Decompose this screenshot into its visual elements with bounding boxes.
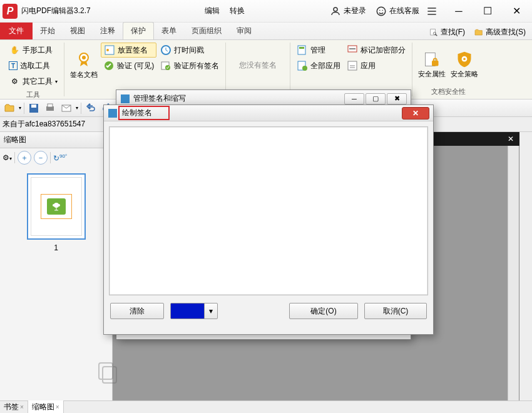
maximize-button[interactable]: ☐ (474, 2, 501, 21)
dialog-close-button[interactable]: ✖ (387, 93, 407, 105)
user-label: 未登录 (344, 6, 366, 16)
group-security: 安全属性 安全策略 文档安全性 (412, 43, 484, 96)
flower-icon (47, 198, 66, 215)
menubar: 文件 开始 视图 注释 保护 表单 页面组织 审阅 查找(F) 高级查找(S) (0, 23, 532, 40)
dialog-close-button[interactable]: ✕ (402, 107, 429, 120)
cancel-button[interactable]: 取消(C) (364, 303, 427, 319)
zoom-in-button[interactable]: ＋ (18, 151, 31, 165)
chevron-down-icon[interactable]: ▾ (76, 105, 78, 111)
online-service[interactable]: 在线客服 (372, 4, 422, 19)
text-select-icon: T (9, 61, 18, 70)
draw-signature-dialog: 绘制签名 ✕ 清除 ▾ 确定(O) 取消(C) (103, 105, 434, 335)
top-tab-convert[interactable]: 转换 (225, 4, 250, 18)
group-manage: 管理 全部应用 标记加密部分 应用 (290, 43, 412, 96)
vertical-scrollbar[interactable] (508, 146, 519, 400)
close-icon[interactable]: × (20, 404, 24, 410)
timestamp-button[interactable]: 打时间戳 (158, 43, 222, 58)
bottom-tabs: 书签× 缩略图× (0, 400, 532, 413)
apply-icon (347, 60, 358, 71)
chevron-down-icon[interactable]: ▾ (19, 105, 21, 111)
select-tool[interactable]: T选取工具 (6, 58, 60, 73)
online-label: 在线客服 (389, 6, 419, 16)
svg-point-26 (464, 58, 466, 60)
dialog-title: 管理签名和缩写 (133, 93, 186, 104)
group-security-label: 文档安全性 (416, 86, 480, 96)
svg-point-3 (382, 9, 384, 11)
folder-search-icon (474, 28, 484, 38)
folder-open-icon (4, 103, 15, 114)
menu-view[interactable]: 视图 (63, 23, 93, 39)
zoom-out-button[interactable]: － (34, 151, 48, 165)
place-sig-icon (104, 44, 115, 56)
dialog-minimize-button[interactable]: ─ (344, 93, 364, 105)
dialog-icon (120, 94, 130, 104)
apply-all-button[interactable]: 全部应用 (294, 58, 343, 73)
save-button[interactable] (27, 101, 41, 115)
adv-find-button[interactable]: 高级查找(S) (470, 25, 529, 39)
print-icon (44, 103, 56, 114)
titlebar: P 闪电PDF编辑器3.2.7 编辑 转换 未登录 在线客服 ─ ☐ ✕ (0, 0, 532, 23)
page-thumbnail[interactable] (27, 173, 86, 240)
menu-review[interactable]: 审阅 (229, 23, 259, 39)
verify-all-icon (160, 60, 171, 71)
panel-title: 缩略图 (0, 132, 112, 148)
doc-tab[interactable]: 来自于afc1ea837651547 (3, 119, 85, 130)
menu-start[interactable]: 开始 (33, 23, 63, 39)
chevron-down-icon: ▾ (55, 79, 58, 84)
dialog-title: 绘制签名 (122, 108, 152, 117)
open-button[interactable] (3, 101, 16, 115)
thumb-page-number: 1 (54, 243, 58, 252)
menu-form[interactable]: 表单 (154, 23, 184, 39)
svg-point-10 (106, 49, 109, 51)
ok-button[interactable]: 确定(O) (289, 303, 358, 319)
verify-button[interactable]: 验证 (可见) (101, 58, 156, 73)
svg-rect-20 (349, 48, 356, 49)
gear-icon[interactable]: ⚙▾ (3, 153, 12, 162)
verify-all-button[interactable]: 验证所有签名 (158, 58, 222, 73)
svg-rect-16 (299, 47, 304, 49)
menu-file[interactable]: 文件 (0, 23, 33, 39)
close-button[interactable]: ✕ (503, 2, 529, 21)
place-signature-button[interactable]: 放置签名 (101, 43, 156, 58)
svg-point-0 (334, 8, 337, 11)
top-tab-edit[interactable]: 编辑 (200, 4, 225, 18)
mark-encrypt-button[interactable]: 标记加密部分 (344, 43, 408, 58)
menu-page-org[interactable]: 页面组织 (184, 23, 229, 39)
copy-watermark-icon (95, 359, 120, 384)
color-picker[interactable]: ▾ (170, 303, 218, 319)
print-button[interactable] (43, 101, 57, 115)
hamburger-icon[interactable] (426, 5, 438, 18)
security-attr-button[interactable]: 安全属性 (416, 43, 448, 86)
menu-comment[interactable]: 注释 (93, 23, 123, 39)
svg-point-2 (379, 9, 381, 11)
security-policy-button[interactable]: 安全策略 (449, 43, 480, 86)
rotate-icon[interactable]: ↻90° (53, 153, 67, 163)
hand-icon: ✋ (9, 44, 20, 56)
minimize-button[interactable]: ─ (446, 2, 472, 21)
hand-tool[interactable]: ✋手形工具 (6, 43, 60, 58)
clock-icon (160, 44, 171, 56)
find-label: 查找(F) (441, 27, 465, 38)
svg-point-34 (58, 204, 60, 206)
svg-point-33 (53, 204, 55, 206)
shield-gear-icon (456, 51, 473, 68)
manage-button[interactable]: 管理 (294, 43, 343, 58)
sign-doc-button[interactable]: 签名文档 (68, 43, 100, 88)
svg-rect-28 (31, 105, 36, 108)
user-login[interactable]: 未登录 (327, 4, 369, 19)
menu-protect[interactable]: 保护 (123, 22, 154, 39)
app-logo: P (3, 4, 18, 19)
dialog-maximize-button[interactable]: ▢ (366, 93, 386, 105)
find-icon (429, 28, 439, 38)
apply-button[interactable]: 应用 (344, 58, 408, 73)
other-tools[interactable]: ⚙其它工具▾ (6, 74, 60, 89)
email-button[interactable] (59, 101, 73, 115)
undo-button[interactable] (84, 101, 98, 115)
tab-thumbnail[interactable]: 缩略图× (28, 400, 64, 413)
tab-bookmark[interactable]: 书签× (0, 400, 28, 413)
close-icon[interactable]: × (56, 404, 59, 410)
signature-canvas[interactable] (109, 126, 428, 295)
doc-close-icon[interactable]: ✕ (504, 135, 517, 143)
find-button[interactable]: 查找(F) (425, 25, 469, 39)
clear-button[interactable]: 清除 (110, 303, 164, 319)
